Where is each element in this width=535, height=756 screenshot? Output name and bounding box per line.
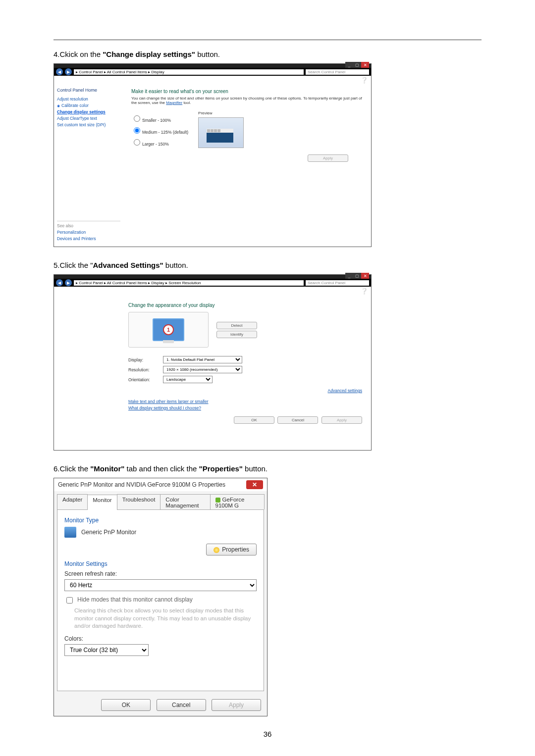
help-icon[interactable]: ❔ [54, 287, 371, 295]
maximize-button[interactable]: ▢ [353, 273, 361, 279]
breadcrumb[interactable]: ▸ Control Panel ▸ All Control Panel Item… [74, 69, 304, 75]
window-buttons: _ ▢ ✕ [345, 62, 369, 68]
step5-bold: Advanced Settings" [93, 261, 163, 269]
size-options: Smaller - 100% Medium - 125% (default) L… [131, 111, 188, 150]
step6-bold1: "Monitor" [90, 464, 124, 473]
sidebar-item-change-display-settings[interactable]: Change display settings [57, 109, 120, 114]
resolution-select[interactable]: 1920 × 1080 (recommended) [163, 366, 242, 373]
maximize-button[interactable]: ▢ [353, 62, 361, 68]
hide-modes-checkbox[interactable] [66, 597, 73, 604]
orientation-select[interactable]: Landscape [163, 376, 213, 383]
tab-body: Monitor Type Generic PnP Monitor Propert… [57, 509, 264, 691]
monitor-type-group: Monitor Type [64, 517, 257, 524]
apply-button[interactable]: Apply [308, 154, 348, 162]
display-heading: Make it easier to read what's on your sc… [131, 89, 363, 94]
apply-button[interactable]: Apply [212, 699, 261, 711]
radio-medium[interactable] [134, 127, 140, 134]
step6-mid: tab and then click the [124, 464, 199, 473]
colors-label: Colors: [64, 635, 257, 642]
sidebar-item-adjust-cleartype[interactable]: Adjust ClearType text [57, 116, 120, 121]
cancel-button[interactable]: Cancel [277, 416, 318, 424]
top-rule [54, 40, 482, 40]
dialog-titlebar: Generic PnP Monitor and NVIDIA GeForce 9… [54, 478, 267, 491]
label-larger: Larger - 150% [142, 142, 169, 147]
label-smaller: Smaller - 100% [142, 118, 171, 123]
resolution-label: Resolution: [128, 367, 163, 372]
step-6-text: 6.Click the "Monitor" tab and then click… [54, 464, 482, 473]
display-select[interactable]: 1. Nvidia Default Flat Panel [163, 356, 242, 363]
step4-prefix: 4.Ckick on the [54, 50, 103, 58]
tab-geforce[interactable]: GeForce 9100M G [210, 494, 265, 509]
identify-button[interactable]: Identify [216, 331, 257, 338]
close-button[interactable]: ✕ [361, 62, 369, 68]
breadcrumb[interactable]: ▸ Control Panel ▸ All Control Panel Item… [74, 280, 304, 286]
step6-bold2: "Properties" [199, 464, 243, 473]
detect-button[interactable]: Detect [216, 322, 257, 329]
radio-larger[interactable] [134, 139, 140, 146]
tab-monitor[interactable]: Monitor [87, 495, 117, 510]
search-input[interactable]: Search Control Panel [306, 280, 369, 286]
what-settings-link[interactable]: What display settings should I choose? [128, 405, 362, 410]
label-medium: Medium - 125% (default) [142, 130, 188, 135]
window-buttons: _ ▢ ✕ [345, 273, 369, 279]
minimize-button[interactable]: _ [345, 273, 353, 279]
colors-select[interactable]: True Color (32 bit) [64, 644, 149, 656]
step5-prefix: 5.Click the " [54, 261, 93, 269]
tab-adapter[interactable]: Adapter [57, 494, 88, 509]
display-label: Display: [128, 357, 163, 362]
see-also-personalization[interactable]: Personalization [57, 230, 120, 235]
nav-bar: ◀ ▶ ▸ Control Panel ▸ All Control Panel … [54, 279, 371, 287]
hide-modes-label: Hide modes that this monitor cannot disp… [77, 596, 193, 603]
tabs: Adapter Monitor Troubleshoot Color Manag… [54, 491, 267, 509]
close-icon[interactable]: ✕ [246, 480, 263, 489]
forward-icon[interactable]: ▶ [65, 279, 72, 286]
nav-bar: ◀ ▶ ▸ Control Panel ▸ All Control Panel … [54, 68, 371, 76]
dialog-title: Generic PnP Monitor and NVIDIA GeForce 9… [58, 481, 225, 488]
radio-smaller[interactable] [134, 115, 140, 122]
tab-color-management[interactable]: Color Management [160, 494, 210, 509]
step-5-text: 5.Click the "Advanced Settings" button. [54, 261, 482, 269]
ok-button[interactable]: OK [234, 416, 274, 424]
minimize-button[interactable]: _ [345, 62, 353, 68]
monitor-arrangement[interactable]: 1 [128, 312, 209, 348]
step4-suffix: button. [195, 50, 220, 58]
forward-icon[interactable]: ▶ [65, 68, 72, 75]
refresh-rate-select[interactable]: 60 Hertz [64, 579, 257, 591]
search-input[interactable]: Search Control Panel [306, 69, 369, 75]
screenshot-screen-resolution: _ ▢ ✕ ◀ ▶ ▸ Control Panel ▸ All Control … [54, 274, 372, 451]
refresh-rate-label: Screen refresh rate: [64, 570, 257, 577]
back-icon[interactable]: ◀ [56, 279, 63, 286]
sidebar-item-set-dpi[interactable]: Set custom text size (DPI) [57, 122, 120, 127]
sidebar-item-adjust-resolution[interactable]: Adjust resolution [57, 97, 120, 101]
step-4-text: 4.Ckick on the "Change display settings"… [54, 50, 482, 58]
window-titlebar: _ ▢ ✕ [54, 275, 371, 279]
close-button[interactable]: ✕ [361, 273, 369, 279]
orientation-label: Orientation: [128, 377, 163, 382]
cancel-button[interactable]: Cancel [157, 699, 206, 711]
apply-button[interactable]: Apply [321, 416, 362, 424]
sidebar-item-calibrate-color[interactable]: Calibrate color [57, 103, 120, 108]
display-desc: You can change the size of text and othe… [131, 96, 363, 105]
tab-troubleshoot[interactable]: Troubleshoot [117, 494, 161, 509]
back-icon[interactable]: ◀ [56, 68, 63, 75]
step4-bold: "Change display settings" [103, 50, 195, 58]
monitor-type-value: Generic PnP Monitor [81, 529, 136, 536]
properties-button[interactable]: Properties [206, 544, 257, 555]
screenshot-monitor-properties: Generic PnP Monitor and NVIDIA GeForce 9… [54, 478, 268, 716]
make-text-larger-link[interactable]: Make text and other items larger or smal… [128, 399, 362, 404]
step5-suffix: button. [163, 261, 188, 269]
page-number: 36 [0, 730, 535, 738]
step6-prefix: 6.Click the [54, 464, 90, 473]
monitor-icon[interactable]: 1 [153, 318, 184, 341]
ok-button[interactable]: OK [101, 699, 151, 711]
help-icon[interactable]: ❔ [54, 76, 371, 84]
preview-icon [198, 117, 244, 148]
screenshot-display-settings: _ ▢ ✕ ◀ ▶ ▸ Control Panel ▸ All Control … [54, 63, 372, 247]
see-also-devices-printers[interactable]: Devices and Printers [57, 236, 120, 241]
window-titlebar: _ ▢ ✕ [54, 64, 371, 68]
monitor-settings-group: Monitor Settings [64, 560, 257, 567]
advanced-settings-link[interactable]: Advanced settings [328, 388, 362, 393]
sidebar: Control Panel Home Adjust resolution Cal… [54, 84, 123, 247]
magnifier-link[interactable]: Magnifier [166, 101, 182, 105]
step6-suffix: button. [243, 464, 268, 473]
